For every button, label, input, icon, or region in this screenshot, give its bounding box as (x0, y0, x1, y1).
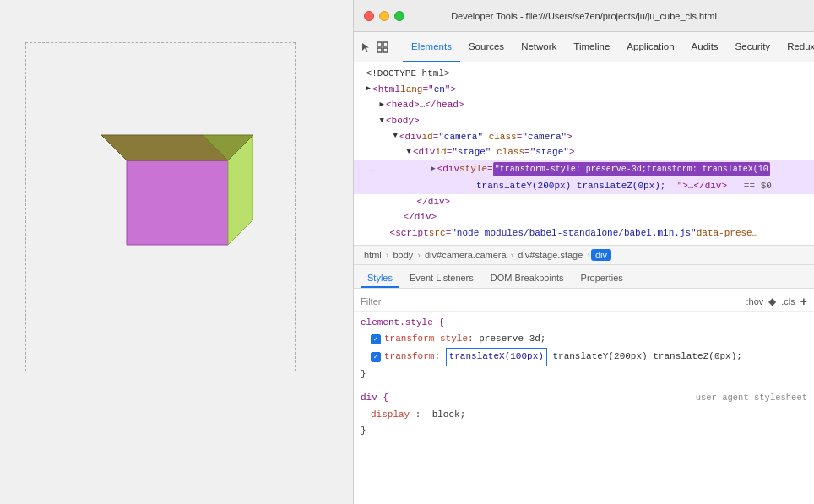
hov-button[interactable]: :hov (746, 296, 764, 306)
breadcrumb-div-active[interactable]: div (591, 249, 611, 261)
breadcrumb-body[interactable]: body (389, 250, 416, 260)
tree-stage-div[interactable]: ▼ <div id="stage" class="stage" > (354, 144, 814, 160)
tree-close-stage[interactable]: </div> (354, 194, 814, 210)
transform-value-input[interactable]: translateX(100px) (446, 348, 547, 366)
side-handle: … (361, 161, 378, 177)
tab-application[interactable]: Application (618, 32, 682, 62)
checkbox-transform-style[interactable]: ✓ (371, 334, 381, 344)
element-style-selector: element.style { (361, 315, 807, 332)
cube-preview-panel (0, 0, 353, 504)
breadcrumb-html[interactable]: html (361, 250, 385, 260)
panel-tabs: Styles Event Listeners DOM Breakpoints P… (354, 265, 814, 289)
tree-close-camera[interactable]: </div> (354, 209, 814, 225)
minimize-button[interactable] (379, 11, 389, 21)
collapse-html-icon[interactable]: ▶ (366, 83, 371, 95)
tree-doctype[interactable]: <!DOCTYPE html> (354, 66, 814, 82)
elements-panel: <!DOCTYPE html> ▶ <html lang="en"> ▶ <he… (354, 62, 814, 504)
devtools-panel: Developer Tools - file:///Users/se7en/pr… (353, 0, 814, 504)
html-tree: <!DOCTYPE html> ▶ <html lang="en"> ▶ <he… (354, 62, 814, 245)
maximize-button[interactable] (394, 11, 404, 21)
user-agent-label: user agent stylesheet (696, 390, 807, 407)
nav-tabs: Elements Sources Network Timeline Applic… (403, 32, 814, 62)
tab-properties[interactable]: Properties (574, 269, 630, 288)
collapse-camera-icon[interactable]: ▼ (393, 130, 398, 143)
element-style-close: } (361, 366, 807, 383)
element-style-block: element.style { ✓ transform-style : pres… (354, 312, 814, 387)
transform-row: ✓ transform : translateX(100px) translat… (361, 348, 807, 366)
cursor-icon[interactable] (361, 37, 372, 57)
tree-inner-div[interactable]: … ▶ <div style="transform-style: preserv… (354, 160, 814, 178)
div-selector-row: div { user agent stylesheet (361, 390, 807, 407)
tab-event-listeners[interactable]: Event Listeners (403, 269, 480, 288)
tree-body[interactable]: ▼ <body> (354, 113, 814, 129)
cube-svg (68, 110, 253, 279)
collapse-stage-icon[interactable]: ▼ (407, 146, 411, 159)
svg-marker-0 (127, 160, 228, 245)
tab-sources[interactable]: Sources (460, 32, 513, 62)
breadcrumb-camera[interactable]: div#camera.camera (421, 250, 510, 260)
collapse-body-icon[interactable]: ▼ (380, 115, 384, 127)
close-button[interactable] (364, 11, 374, 21)
tab-timeline[interactable]: Timeline (565, 32, 618, 62)
tree-inner-div-continued[interactable]: translateY(200px) translateZ(0px); ">…</… (354, 178, 814, 194)
tree-camera-div[interactable]: ▼ <div id="camera" class="camera" > (354, 129, 814, 145)
tab-dom-breakpoints[interactable]: DOM Breakpoints (484, 269, 571, 288)
cube-3d (68, 110, 236, 279)
div-block: div { user agent stylesheet display : bl… (354, 387, 814, 443)
traffic-lights (364, 11, 404, 21)
filter-row: Filter :hov ◆ .cls + (354, 292, 814, 312)
svg-rect-5 (383, 42, 388, 46)
collapse-head-icon[interactable]: ▶ (380, 99, 384, 111)
filter-label: Filter (361, 296, 381, 306)
tab-security[interactable]: Security (727, 32, 779, 62)
breadcrumb-stage[interactable]: div#stage.stage (514, 250, 586, 260)
diamond-icon[interactable]: ◆ (768, 295, 776, 307)
display-row: display : block; (361, 407, 807, 424)
cls-button[interactable]: .cls (781, 296, 795, 306)
window-title: Developer Tools - file:///Users/se7en/pr… (451, 11, 717, 21)
svg-rect-6 (377, 48, 382, 52)
filter-actions: :hov ◆ .cls + (746, 295, 807, 308)
main-toolbar: Elements Sources Network Timeline Applic… (354, 32, 814, 62)
tree-head[interactable]: ▶ <head>…</head> (354, 97, 814, 113)
transform-style-row: ✓ transform-style : preserve-3d; (361, 331, 807, 348)
titlebar: Developer Tools - file:///Users/se7en/pr… (354, 0, 814, 32)
tree-html[interactable]: ▶ <html lang="en"> (354, 82, 814, 98)
breadcrumb-bar: html › body › div#camera.camera › div#st… (354, 245, 814, 265)
add-style-button[interactable]: + (800, 295, 807, 308)
tab-elements[interactable]: Elements (403, 32, 460, 62)
checkbox-transform[interactable]: ✓ (371, 352, 381, 362)
tab-styles[interactable]: Styles (361, 269, 399, 288)
styles-panel: Filter :hov ◆ .cls + element.style { ✓ (354, 289, 814, 504)
svg-rect-7 (383, 48, 388, 52)
tab-audits[interactable]: Audits (683, 32, 727, 62)
style-value-highlight: "transform-style: preserve-3d;transform:… (493, 162, 770, 176)
tab-network[interactable]: Network (513, 32, 565, 62)
tab-redux[interactable]: Redux (779, 32, 814, 62)
inspect-icon[interactable] (376, 37, 389, 57)
bottom-panel: Styles Event Listeners DOM Breakpoints P… (354, 265, 814, 504)
svg-rect-4 (377, 42, 382, 46)
collapse-inner-icon[interactable]: ▶ (431, 163, 435, 176)
div-block-close: } (361, 423, 807, 440)
tree-script[interactable]: <script src="node_modules/babel-standalo… (354, 225, 814, 241)
